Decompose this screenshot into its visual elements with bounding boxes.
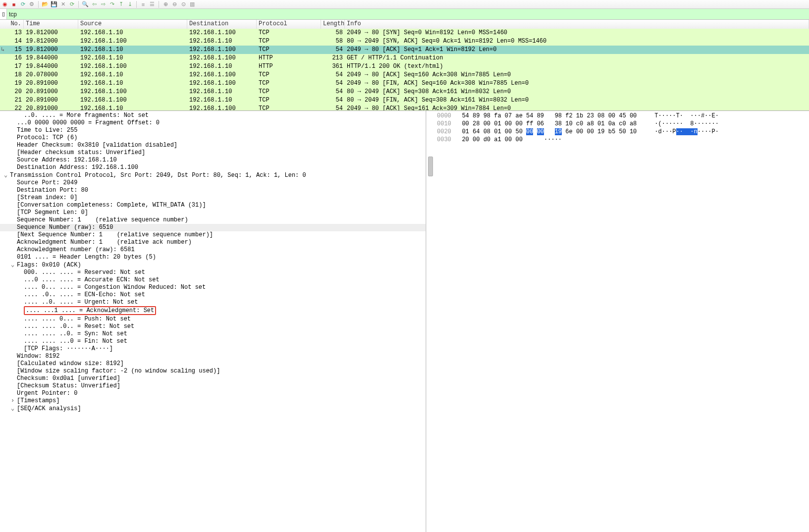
detail-field[interactable]: [Calculated window size: 8192] xyxy=(0,360,426,368)
cell-dst: 192.168.1.100 xyxy=(187,71,257,79)
packet-row[interactable]: 1519.812000192.168.1.10192.168.1.100TCP5… xyxy=(0,46,809,54)
detail-field[interactable]: .... .0.. .... = ECN-Echo: Not set xyxy=(0,291,426,299)
detail-field[interactable]: [Next Sequence Number: 1 (relative seque… xyxy=(0,231,426,239)
packet-row[interactable]: 2020.891000192.168.1.100192.168.1.10TCP5… xyxy=(0,88,809,96)
col-header-len[interactable]: Length xyxy=(321,20,345,29)
detail-text: Source Port: 2049 xyxy=(17,179,77,186)
back-icon[interactable]: ⇦ xyxy=(90,0,98,8)
packet-bytes-pane[interactable]: 0000 54 89 98 fa 07 ae 54 89 98 f2 1b 23… xyxy=(434,111,809,532)
col-header-dst[interactable]: Destination xyxy=(187,20,257,29)
detail-field[interactable]: .... .... ..0. = Syn: Not set xyxy=(0,330,426,338)
packet-list-pane[interactable]: No. Time Source Destination Protocol Len… xyxy=(0,20,809,111)
col-header-prot[interactable]: Protocol xyxy=(257,20,321,29)
hex-row[interactable]: 0020 01 64 08 01 00 50 00 00 19 6e 00 00… xyxy=(437,128,806,136)
hex-row[interactable]: 0010 00 28 00 01 00 00 ff 06 38 10 c0 a8… xyxy=(437,120,806,128)
col-header-time[interactable]: Time xyxy=(24,20,78,29)
zoom-in-icon[interactable]: ⊕ xyxy=(162,0,169,8)
find-icon[interactable]: 🔍 xyxy=(81,0,89,8)
detail-field[interactable]: Checksum: 0xd0a1 [unverified] xyxy=(0,375,426,382)
detail-field[interactable]: 000. .... .... = Reserved: Not set xyxy=(0,269,426,276)
cell-dst: 192.168.1.100 xyxy=(187,46,257,54)
cell-len: 54 xyxy=(321,79,345,88)
display-filter-input[interactable] xyxy=(7,9,809,19)
detail-field[interactable]: .... .... 0... = Push: Not set xyxy=(0,316,426,323)
packet-row[interactable]: 1719.844000192.168.1.100192.168.1.10HTTP… xyxy=(0,62,809,71)
detail-field[interactable]: [Window size scaling factor: -2 (no wind… xyxy=(0,368,426,375)
packet-row[interactable]: 2220.891000192.168.1.10192.168.1.100TCP5… xyxy=(0,105,809,111)
zoom-out-icon[interactable]: ⊖ xyxy=(170,0,178,8)
restart-icon[interactable]: ⟳ xyxy=(19,0,27,8)
detail-field[interactable]: [TCP Segment Len: 0] xyxy=(0,209,426,216)
detail-field[interactable]: ...0 0000 0000 0000 = Fragment Offset: 0 xyxy=(0,119,426,127)
expand-icon[interactable]: › xyxy=(11,397,17,404)
hex-row[interactable]: 0000 54 89 98 fa 07 ae 54 89 98 f2 1b 23… xyxy=(437,112,806,120)
detail-field[interactable]: Acknowledgment Number: 1 (relative ack n… xyxy=(0,239,426,246)
collapse-icon[interactable]: ⌄ xyxy=(11,261,17,268)
detail-field[interactable]: .... ...1 .... = Acknowledgment: Set xyxy=(0,306,426,316)
detail-field[interactable]: ⌄[SEQ/ACK analysis] xyxy=(0,405,426,413)
packet-row[interactable]: 1619.844000192.168.1.10192.168.1.100HTTP… xyxy=(0,54,809,62)
details-scrollbar[interactable] xyxy=(426,111,434,532)
detail-text: Urgent Pointer: 0 xyxy=(17,390,77,397)
detail-field[interactable]: [Header checksum status: Unverified] xyxy=(0,149,426,157)
open-icon[interactable]: 📂 xyxy=(41,0,49,8)
detail-field[interactable]: Destination Port: 80 xyxy=(0,187,426,194)
col-header-info[interactable]: Info xyxy=(345,20,809,29)
first-icon[interactable]: ⤒ xyxy=(117,0,125,8)
cell-no: 21 xyxy=(0,96,24,105)
zoom-reset-icon[interactable]: ⊙ xyxy=(179,0,187,8)
detail-field[interactable]: Source Address: 192.168.1.10 xyxy=(0,157,426,164)
detail-field[interactable]: ⌄Flags: 0x010 (ACK) xyxy=(0,261,426,269)
stop-icon[interactable]: ■ xyxy=(10,0,18,8)
detail-field[interactable]: .... ..0. .... = Urgent: Not set xyxy=(0,299,426,306)
packet-row[interactable]: 1419.812000192.168.1.100192.168.1.10TCP5… xyxy=(0,37,809,46)
detail-field[interactable]: Sequence Number: 1 (relative sequence nu… xyxy=(0,216,426,224)
detail-field[interactable]: .... .... .0.. = Reset: Not set xyxy=(0,323,426,330)
detail-field[interactable]: Time to Live: 255 xyxy=(0,127,426,134)
close-icon[interactable]: ✕ xyxy=(59,0,67,8)
detail-field[interactable]: Source Port: 2049 xyxy=(0,179,426,187)
last-icon[interactable]: ⤓ xyxy=(126,0,134,8)
detail-field[interactable]: ⌄Transmission Control Protocol, Src Port… xyxy=(0,171,426,179)
packet-details-pane[interactable]: ..0. .... = More fragments: Not set...0 … xyxy=(0,111,426,532)
detail-field[interactable]: ..0. .... = More fragments: Not set xyxy=(0,112,426,119)
fwd-icon[interactable]: ⇨ xyxy=(99,0,107,8)
detail-field[interactable]: ...0 .... .... = Accurate ECN: Not set xyxy=(0,276,426,284)
detail-field[interactable]: .... 0... .... = Congestion Window Reduc… xyxy=(0,284,426,291)
jump-icon[interactable]: ↷ xyxy=(108,0,116,8)
scrollbar-thumb[interactable] xyxy=(428,157,433,176)
detail-field[interactable]: Sequence Number (raw): 6510 xyxy=(0,224,426,231)
autoscroll-icon[interactable]: ≡ xyxy=(139,0,147,8)
detail-field[interactable]: [Stream index: 0] xyxy=(0,194,426,202)
detail-field[interactable]: Acknowledgment number (raw): 6581 xyxy=(0,246,426,254)
detail-field[interactable]: ›[Timestamps] xyxy=(0,397,426,405)
col-header-no[interactable]: No. xyxy=(0,20,24,29)
save-icon[interactable]: 💾 xyxy=(50,0,58,8)
options-icon[interactable]: ⚙ xyxy=(28,0,36,8)
detail-field[interactable]: [TCP Flags: ·······A····] xyxy=(0,345,426,353)
collapse-icon[interactable]: ⌄ xyxy=(4,171,10,179)
collapse-icon[interactable]: ⌄ xyxy=(11,405,17,412)
detail-field[interactable]: [Checksum Status: Unverified] xyxy=(0,382,426,390)
packet-row[interactable]: 2120.891000192.168.1.100192.168.1.10TCP5… xyxy=(0,96,809,105)
packet-row[interactable]: 1920.891000192.168.1.10192.168.1.100TCP5… xyxy=(0,79,809,88)
hex-row[interactable]: 0030 20 00 d0 a1 00 00 ····· xyxy=(437,136,806,144)
detail-field[interactable]: .... .... ...0 = Fin: Not set xyxy=(0,338,426,345)
packet-row[interactable]: 1319.812000192.168.1.10192.168.1.100TCP5… xyxy=(0,29,809,37)
record-icon[interactable]: ◉ xyxy=(1,0,9,8)
detail-field[interactable]: Header Checksum: 0x3810 [validation disa… xyxy=(0,142,426,149)
detail-text: [Window size scaling factor: -2 (no wind… xyxy=(17,368,220,374)
detail-field[interactable]: Window: 8192 xyxy=(0,353,426,360)
bookmark-icon[interactable]: ▯ xyxy=(0,9,7,19)
resize-cols-icon[interactable]: ▥ xyxy=(188,0,196,8)
detail-field[interactable]: [Conversation completeness: Complete, WI… xyxy=(0,202,426,209)
reload-icon[interactable]: ⟳ xyxy=(68,0,76,8)
detail-field[interactable]: 0101 .... = Header Length: 20 bytes (5) xyxy=(0,254,426,261)
col-header-src[interactable]: Source xyxy=(78,20,187,29)
cell-time: 20.078000 xyxy=(24,71,78,79)
detail-field[interactable]: Protocol: TCP (6) xyxy=(0,134,426,142)
detail-field[interactable]: Destination Address: 192.168.1.100 xyxy=(0,164,426,171)
detail-field[interactable]: Urgent Pointer: 0 xyxy=(0,390,426,397)
packet-row[interactable]: 1820.078000192.168.1.10192.168.1.100TCP5… xyxy=(0,71,809,79)
colorize-icon[interactable]: ☰ xyxy=(148,0,156,8)
